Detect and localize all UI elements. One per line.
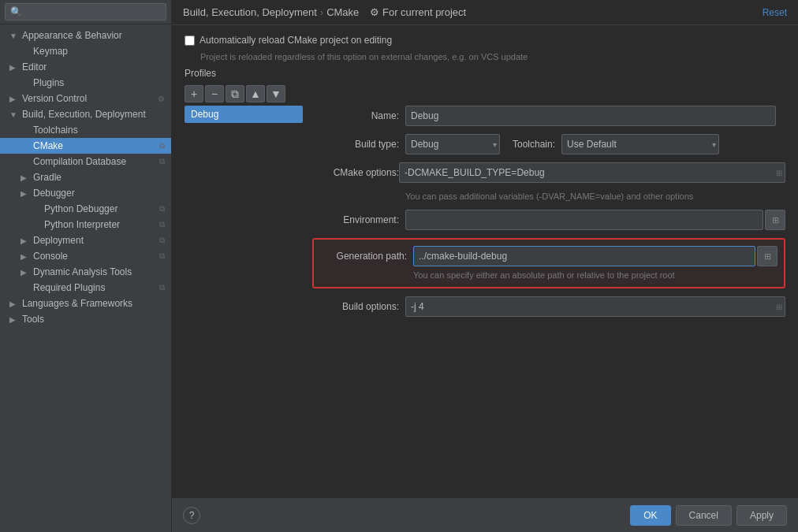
auto-reload-checkbox[interactable] (185, 35, 195, 46)
form-row-build-type: Build type: Debug Toolchain: Use Default (312, 134, 785, 154)
profiles-label: Profiles (185, 68, 785, 79)
profile-item-debug[interactable]: Debug (185, 106, 303, 123)
arrow-icon: ▶ (21, 236, 32, 245)
footer-left: ? (183, 507, 200, 524)
toolchain-select-wrap: Use Default (561, 134, 719, 154)
remove-profile-button[interactable]: − (205, 85, 224, 102)
sidebar-item-dynamic-analysis[interactable]: ▶ Dynamic Analysis Tools (0, 264, 171, 280)
ok-button[interactable]: OK (630, 505, 670, 526)
page-icon: ⧉ (154, 220, 165, 229)
auto-reload-hint: Project is reloaded regardless of this o… (185, 52, 785, 61)
search-input[interactable] (5, 3, 166, 20)
auto-reload-checkbox-label[interactable]: Automatically reload CMake project on ed… (185, 35, 392, 46)
sidebar-item-cmake[interactable]: CMake ⧉ (0, 138, 171, 154)
sidebar-item-label: Python Debugger (44, 203, 154, 214)
content-area: Build, Execution, Deployment › CMake ⚙ F… (172, 0, 798, 532)
sidebar-nav: ▼ Appearance & Behavior Keymap ▶ Editor … (0, 24, 171, 532)
sidebar-item-label: Console (33, 251, 154, 262)
sidebar-item-label: Version Control (22, 93, 154, 104)
form-row-generation-path: Generation path: ⊞ (320, 246, 777, 266)
environment-browse-button[interactable]: ⊞ (765, 210, 785, 230)
generation-path-input[interactable] (413, 246, 755, 266)
breadcrumb-current: CMake (326, 6, 359, 18)
page-icon: ⧉ (154, 283, 165, 292)
for-current-project-link[interactable]: ⚙ For current project (370, 6, 466, 18)
toolchain-select[interactable]: Use Default (561, 134, 719, 154)
sidebar-item-label: Tools (22, 314, 165, 325)
sidebar-item-label: Build, Execution, Deployment (22, 109, 165, 120)
sidebar-item-appearance[interactable]: ▼ Appearance & Behavior (0, 28, 171, 43)
sidebar-item-python-interpreter[interactable]: Python Interpreter ⧉ (0, 217, 171, 233)
apply-button[interactable]: Apply (736, 505, 787, 526)
sidebar-item-python-debugger[interactable]: Python Debugger ⧉ (0, 201, 171, 217)
page-icon: ⧉ (154, 141, 165, 151)
sidebar-item-debugger[interactable]: ▶ Debugger (0, 185, 171, 201)
sidebar-item-label: Toolchains (33, 125, 165, 136)
sidebar-item-keymap[interactable]: Keymap (0, 43, 171, 59)
copy-profile-button[interactable]: ⧉ (226, 85, 244, 102)
name-input[interactable] (405, 106, 776, 126)
breadcrumb-parent: Build, Execution, Deployment (183, 6, 317, 18)
search-box[interactable] (0, 0, 171, 24)
auto-reload-option: Automatically reload CMake project on ed… (185, 35, 785, 46)
generation-path-browse-button[interactable]: ⊞ (757, 246, 777, 266)
expand-icon: ⊞ (776, 169, 782, 177)
page-icon: ⧉ (154, 204, 165, 214)
environment-input[interactable] (405, 210, 763, 230)
expand-icon: ⊞ (776, 303, 782, 311)
page-icon: ⧉ (154, 251, 165, 261)
content-header: Build, Execution, Deployment › CMake ⚙ F… (172, 0, 798, 25)
profiles-toolbar: + − ⧉ ▲ ▼ (185, 85, 785, 102)
sidebar-item-gradle[interactable]: ▶ Gradle (0, 169, 171, 185)
generation-path-group: Generation path: ⊞ You can specify eithe… (312, 238, 785, 288)
move-down-button[interactable]: ▼ (267, 85, 285, 102)
arrow-icon: ▶ (9, 315, 21, 324)
sidebar-item-compilation-db[interactable]: Compilation Database ⧉ (0, 154, 171, 169)
sidebar-item-label: Python Interpreter (44, 219, 154, 230)
sidebar-item-tools[interactable]: ▶ Tools (0, 311, 171, 327)
page-icon: ⧉ (154, 236, 165, 245)
sidebar-item-label: Plugins (33, 77, 165, 88)
sidebar-item-toolchains[interactable]: Toolchains (0, 122, 171, 138)
form-label-environment: Environment: (312, 214, 399, 225)
settings-icon: ⚙ (154, 95, 165, 103)
sidebar-item-languages[interactable]: ▶ Languages & Frameworks (0, 296, 171, 311)
cancel-button[interactable]: Cancel (676, 505, 732, 526)
sidebar-item-label: Editor (22, 61, 165, 73)
cmake-options-input[interactable] (399, 162, 785, 183)
sidebar-item-deployment[interactable]: ▶ Deployment ⧉ (0, 233, 171, 248)
sidebar-item-label: Gradle (33, 172, 165, 183)
arrow-icon: ▶ (9, 95, 21, 103)
content-body: Automatically reload CMake project on ed… (172, 25, 798, 498)
sidebar-item-label: Compilation Database (33, 156, 154, 167)
sidebar-item-required-plugins[interactable]: Required Plugins ⧉ (0, 280, 171, 296)
form-row-environment: Environment: ⊞ (312, 210, 785, 230)
sidebar-item-label: Appearance & Behavior (22, 30, 165, 41)
move-up-button[interactable]: ▲ (246, 85, 265, 102)
sidebar-item-version-control[interactable]: ▶ Version Control ⚙ (0, 91, 171, 106)
form-label-build-options: Build options: (312, 301, 399, 312)
sidebar-item-console[interactable]: ▶ Console ⧉ (0, 248, 171, 264)
profiles-main: Debug Name: Build type: (185, 106, 785, 325)
reset-button[interactable]: Reset (763, 7, 787, 18)
footer-right: OK Cancel Apply (630, 505, 787, 526)
arrow-icon: ▶ (9, 63, 21, 72)
form-label-generation-path: Generation path: (320, 251, 407, 262)
sidebar-item-plugins[interactable]: Plugins (0, 75, 171, 91)
build-type-select-wrap: Debug (405, 134, 500, 154)
build-options-input[interactable] (405, 296, 785, 317)
profiles-list: Debug (185, 106, 303, 325)
sidebar-item-label: Dynamic Analysis Tools (33, 266, 165, 277)
arrow-icon: ▶ (21, 268, 32, 277)
sidebar-item-build-execution[interactable]: ▼ Build, Execution, Deployment (0, 106, 171, 122)
add-profile-button[interactable]: + (185, 85, 203, 102)
form-label-build-type: Build type: (312, 139, 399, 150)
cmake-options-hint: You can pass additional variables (-DVAR… (405, 192, 693, 201)
build-type-select[interactable]: Debug (405, 134, 500, 154)
generation-path-input-group: ⊞ (413, 246, 777, 266)
help-button[interactable]: ? (183, 507, 200, 524)
form-section: Name: Build type: Debug Toolchain: (312, 106, 785, 325)
arrow-icon: ▼ (9, 32, 21, 40)
sidebar-item-editor[interactable]: ▶ Editor (0, 59, 171, 75)
profiles-section: Profiles + − ⧉ ▲ ▼ Debug (185, 68, 785, 325)
